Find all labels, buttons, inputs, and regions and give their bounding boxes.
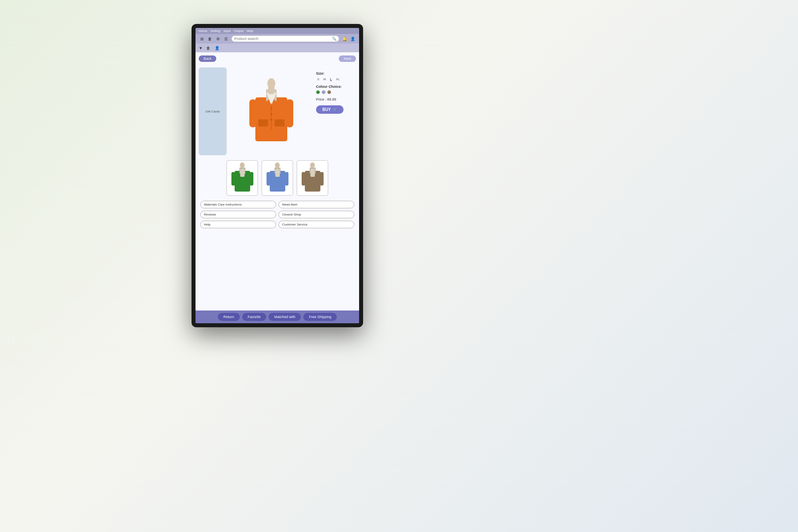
search-bar: 🔍 bbox=[231, 36, 339, 42]
next-button[interactable]: Next bbox=[339, 55, 356, 62]
thumbnail-brown[interactable] bbox=[296, 160, 328, 196]
menu-setting[interactable]: Setting bbox=[210, 29, 220, 33]
svg-rect-29 bbox=[275, 169, 280, 177]
action-bar: Return Favorite Matched with Free Shippi… bbox=[196, 310, 359, 323]
info-grid: Materials Care instructions News Alert R… bbox=[199, 201, 356, 228]
svg-rect-37 bbox=[310, 169, 315, 177]
svg-rect-28 bbox=[285, 172, 288, 186]
colour-green[interactable] bbox=[316, 90, 320, 94]
size-options: S M L XL bbox=[316, 77, 356, 81]
trash-icon[interactable]: 🗑 bbox=[207, 36, 213, 42]
monitor-screen: Home Setting Input Output Help ⊞ 🗑 ⚙ ☰ � bbox=[196, 28, 359, 323]
size-s[interactable]: S bbox=[316, 77, 320, 81]
matched-with-button[interactable]: Matched with bbox=[269, 313, 301, 321]
svg-point-11 bbox=[271, 113, 273, 115]
return-button[interactable]: Return bbox=[218, 313, 240, 321]
buy-button[interactable]: BUY 🛒 bbox=[316, 105, 344, 114]
gift-cards[interactable]: Gift Cards bbox=[199, 67, 227, 155]
svg-rect-27 bbox=[267, 172, 270, 186]
toolbar-right: 🔔 👤 bbox=[342, 36, 356, 42]
colour-label: Colour Choice: bbox=[316, 85, 356, 89]
colour-brown[interactable] bbox=[327, 90, 331, 94]
menu-output[interactable]: Output bbox=[234, 29, 243, 33]
buy-label: BUY bbox=[322, 107, 331, 112]
cart-icon: 🛒 bbox=[332, 107, 337, 112]
toolbar-icons: ⊞ 🗑 ⚙ ☰ bbox=[199, 36, 229, 42]
search-input[interactable] bbox=[234, 37, 330, 41]
menu-home[interactable]: Home bbox=[199, 29, 207, 33]
svg-point-10 bbox=[271, 108, 273, 110]
menu-input[interactable]: Input bbox=[223, 29, 231, 33]
svg-rect-4 bbox=[249, 99, 257, 127]
size-m[interactable]: M bbox=[322, 77, 327, 81]
svg-rect-5 bbox=[286, 99, 293, 127]
product-info: Size: S M L XL Colour Choice: bbox=[316, 67, 356, 155]
favorite-button[interactable]: Favorite bbox=[242, 313, 267, 321]
size-xl[interactable]: XL bbox=[335, 77, 341, 81]
svg-rect-21 bbox=[240, 169, 245, 177]
svg-rect-7 bbox=[275, 119, 284, 127]
size-l[interactable]: L bbox=[329, 77, 333, 81]
svg-rect-36 bbox=[320, 172, 324, 186]
main-product-image bbox=[231, 67, 312, 155]
menu-help[interactable]: Help bbox=[247, 29, 253, 33]
svg-point-12 bbox=[271, 119, 273, 121]
free-shipping-button[interactable]: Free Shipping bbox=[303, 313, 337, 321]
monitor-wrapper: Home Setting Input Output Help ⊞ 🗑 ⚙ ☰ � bbox=[192, 24, 363, 327]
closest-shop-btn[interactable]: Closest Shop bbox=[279, 211, 354, 218]
menu-bar: Home Setting Input Output Help bbox=[196, 28, 359, 34]
thumbnail-green[interactable] bbox=[226, 160, 258, 196]
svg-point-30 bbox=[275, 162, 280, 168]
menu-icon[interactable]: ☰ bbox=[223, 36, 229, 42]
size-label: Size: bbox=[316, 71, 356, 75]
user-secondary-icon[interactable]: 👤 bbox=[214, 45, 220, 51]
svg-rect-35 bbox=[302, 172, 305, 186]
grid-icon[interactable]: ⊞ bbox=[199, 36, 205, 42]
notifications-icon[interactable]: 🔔 bbox=[342, 36, 348, 42]
price-label: Price : 89.99 bbox=[316, 97, 356, 101]
svg-rect-6 bbox=[258, 119, 268, 127]
store-background bbox=[0, 0, 798, 532]
user-icon[interactable]: 👤 bbox=[350, 36, 356, 42]
filter-icon[interactable]: ▼ bbox=[199, 46, 203, 50]
back-button[interactable]: Back bbox=[199, 55, 216, 62]
orange-jacket-image bbox=[249, 77, 293, 145]
main-content: Back Next Gift Cards bbox=[196, 52, 359, 310]
colour-purple[interactable] bbox=[322, 90, 326, 94]
help-btn[interactable]: Help bbox=[200, 221, 276, 228]
materials-care-btn[interactable]: Materials Care instructions bbox=[200, 201, 276, 208]
svg-point-38 bbox=[310, 162, 315, 168]
product-area: Gift Cards bbox=[199, 67, 356, 155]
product-thumbnails bbox=[199, 160, 356, 196]
search-icon[interactable]: 🔍 bbox=[332, 37, 336, 41]
menu-items: Home Setting Input Output Help bbox=[199, 29, 253, 33]
svg-rect-19 bbox=[231, 172, 235, 186]
reviews-btn[interactable]: Reviews bbox=[200, 211, 276, 218]
settings-icon[interactable]: ⚙ bbox=[215, 36, 221, 42]
customer-service-btn[interactable]: Customer Service bbox=[279, 221, 354, 228]
trash-secondary-icon[interactable]: 🗑 bbox=[205, 45, 211, 51]
secondary-toolbar: ▼ 🗑 👤 bbox=[196, 44, 359, 52]
news-alert-btn[interactable]: News Alert bbox=[279, 201, 354, 208]
svg-point-14 bbox=[267, 78, 275, 89]
colour-options bbox=[316, 90, 356, 94]
thumbnail-blue[interactable] bbox=[261, 160, 293, 196]
svg-point-22 bbox=[240, 162, 245, 168]
svg-rect-20 bbox=[250, 172, 253, 186]
monitor-bezel: Home Setting Input Output Help ⊞ 🗑 ⚙ ☰ � bbox=[192, 24, 363, 327]
toolbar: ⊞ 🗑 ⚙ ☰ 🔍 🔔 👤 bbox=[196, 34, 359, 44]
